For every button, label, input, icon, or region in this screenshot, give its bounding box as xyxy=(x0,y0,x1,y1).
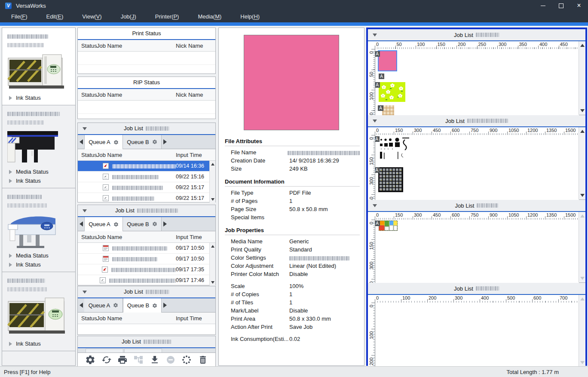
scroll-down-icon[interactable] xyxy=(580,194,585,197)
detail-label: File Type xyxy=(225,190,289,196)
delete-button[interactable] xyxy=(197,355,209,367)
scroll-up-icon[interactable] xyxy=(580,297,585,300)
collapse-triangle-icon[interactable] xyxy=(83,127,87,130)
collapse-triangle-icon[interactable] xyxy=(373,34,377,37)
job-row[interactable]: 09/17 17:35 xyxy=(78,264,215,275)
scroll-up-icon[interactable] xyxy=(211,163,214,166)
job-preview-image xyxy=(244,35,339,130)
printer-tile-1[interactable]: Ink Status xyxy=(2,28,75,105)
printer-ink-status-link[interactable]: Ink Status xyxy=(7,339,71,348)
layout-canvas[interactable] xyxy=(375,303,579,367)
detail-value: 50.8 x 330.0 mm xyxy=(289,316,360,322)
vertical-scrollbar[interactable] xyxy=(579,295,585,367)
queue-a-tab[interactable]: Queue A xyxy=(84,217,123,231)
tabs-scroll-left-button[interactable] xyxy=(78,135,84,149)
tabs-scroll-right-button[interactable] xyxy=(162,298,168,312)
vertical-scrollbar[interactable] xyxy=(579,212,585,282)
scroll-down-icon[interactable] xyxy=(580,109,585,112)
tabs-scroll-left-button[interactable] xyxy=(78,217,84,231)
job-name-cell xyxy=(112,184,176,190)
scroll-up-icon[interactable] xyxy=(211,245,214,248)
nest-button[interactable] xyxy=(132,355,144,367)
collapse-triangle-icon[interactable] xyxy=(83,291,87,294)
job-row[interactable]: 09/17 17:46 xyxy=(78,275,215,286)
processing-icon xyxy=(181,355,192,367)
layout-canvas[interactable]: AAAA xyxy=(375,49,579,115)
remove-button[interactable] xyxy=(165,355,177,367)
vertical-scrollbar[interactable] xyxy=(579,127,585,199)
printer-media-status-link[interactable]: Media Status xyxy=(7,167,71,176)
maximize-button[interactable] xyxy=(552,0,570,11)
tabs-scroll-right-button[interactable] xyxy=(162,135,168,149)
scroll-down-icon[interactable] xyxy=(211,281,214,284)
printer-ink-status-link[interactable]: Ink Status xyxy=(7,93,71,102)
printer-tile-2[interactable]: Media StatusInk Status xyxy=(2,105,75,188)
scroll-up-icon[interactable] xyxy=(580,44,585,47)
queue-settings-gear-icon[interactable] xyxy=(152,303,157,308)
scroll-down-icon[interactable] xyxy=(211,198,214,201)
scroll-down-icon[interactable] xyxy=(580,361,585,364)
tabs-scroll-left-button[interactable] xyxy=(78,298,84,312)
arrow-right-icon xyxy=(163,139,167,144)
tabs-scroll-right-button[interactable] xyxy=(162,217,168,231)
layout-panel-1: Job List 050100150200250300350400450500 … xyxy=(368,29,585,115)
scroll-down-icon[interactable] xyxy=(580,277,585,280)
layout-job-plaid-image[interactable] xyxy=(382,105,394,115)
collapse-triangle-icon[interactable] xyxy=(373,120,377,123)
queue-settings-gear-icon[interactable] xyxy=(152,139,157,144)
printer-media-status-link[interactable]: Media Status xyxy=(7,251,71,260)
menu-item-file[interactable]: File(F) xyxy=(2,11,37,22)
layout-canvas[interactable]: AA xyxy=(375,135,579,200)
menu-item-printer[interactable]: Printer(P) xyxy=(146,11,189,22)
collapse-triangle-icon[interactable] xyxy=(83,209,87,212)
queue-b-tab[interactable]: Queue B xyxy=(123,135,162,149)
menu-item-job[interactable]: Job(J) xyxy=(111,11,146,22)
layout-job-flower-image[interactable] xyxy=(379,82,405,102)
job-list-queue-panel-4-collapsed[interactable]: Job List xyxy=(77,336,216,348)
job-row[interactable]: 09/17 10:50 xyxy=(78,254,215,264)
job-row[interactable]: 09/17 10:50 xyxy=(78,243,215,254)
processing-button[interactable] xyxy=(181,355,193,367)
settings-button[interactable] xyxy=(84,355,96,367)
import-button[interactable] xyxy=(149,355,161,367)
layout-job-nested-image[interactable] xyxy=(379,221,398,231)
queue-a-label: Queue A xyxy=(89,302,110,309)
queue-settings-gear-icon[interactable] xyxy=(152,221,157,227)
queue-a-tab[interactable]: Queue A xyxy=(84,135,123,149)
rip-again-button[interactable] xyxy=(101,355,113,367)
layout-job-color-rect[interactable] xyxy=(379,51,396,70)
minimize-button[interactable] xyxy=(534,0,552,11)
layout-job-grid-image[interactable] xyxy=(378,167,403,192)
layout-job-testpattern-image[interactable] xyxy=(378,136,421,162)
detail-row: Action After Print Save Job xyxy=(225,323,360,331)
scroll-up-icon[interactable] xyxy=(580,130,585,133)
printer-tile-4[interactable]: Ink Status xyxy=(2,272,75,351)
job-row[interactable]: 09/22 15:17 xyxy=(78,193,215,204)
job-row[interactable]: 09/22 15:16 xyxy=(78,172,215,182)
printer-ink-status-link[interactable]: Ink Status xyxy=(7,260,71,269)
printer-tile-3[interactable]: Media StatusInk Status xyxy=(2,188,75,272)
collapse-triangle-icon[interactable] xyxy=(373,204,377,207)
menu-item-view[interactable]: View(V) xyxy=(73,11,111,22)
queue-a-tab[interactable]: Queue A xyxy=(84,298,123,312)
layout-canvas[interactable]: A xyxy=(375,220,579,283)
layout-panel-title: Job List xyxy=(368,29,585,41)
printer-list-panel: Ink Status Media StatusInk Status Media … xyxy=(2,28,76,366)
print-button[interactable] xyxy=(116,355,129,367)
scroll-up-icon[interactable] xyxy=(580,215,585,218)
queue-b-tab[interactable]: Queue B xyxy=(123,298,162,313)
menu-item-edit[interactable]: Edit(E) xyxy=(37,11,73,22)
job-row[interactable]: 09/22 15:17 xyxy=(78,182,215,193)
printer-ink-status-link[interactable]: Ink Status xyxy=(7,176,71,185)
vertical-scrollbar[interactable] xyxy=(209,243,215,286)
menu-item-help[interactable]: Help(H) xyxy=(231,11,269,22)
vertical-scrollbar[interactable] xyxy=(209,161,215,203)
close-button[interactable]: × xyxy=(570,0,588,11)
queue-b-tab[interactable]: Queue B xyxy=(123,217,162,231)
job-row[interactable]: 09/14 16:36 xyxy=(78,161,215,172)
menu-item-media[interactable]: Media(M) xyxy=(188,11,231,22)
queue-settings-gear-icon[interactable] xyxy=(113,303,118,308)
queue-settings-gear-icon[interactable] xyxy=(113,140,119,145)
vertical-scrollbar[interactable] xyxy=(579,41,585,115)
queue-settings-gear-icon[interactable] xyxy=(113,222,119,227)
